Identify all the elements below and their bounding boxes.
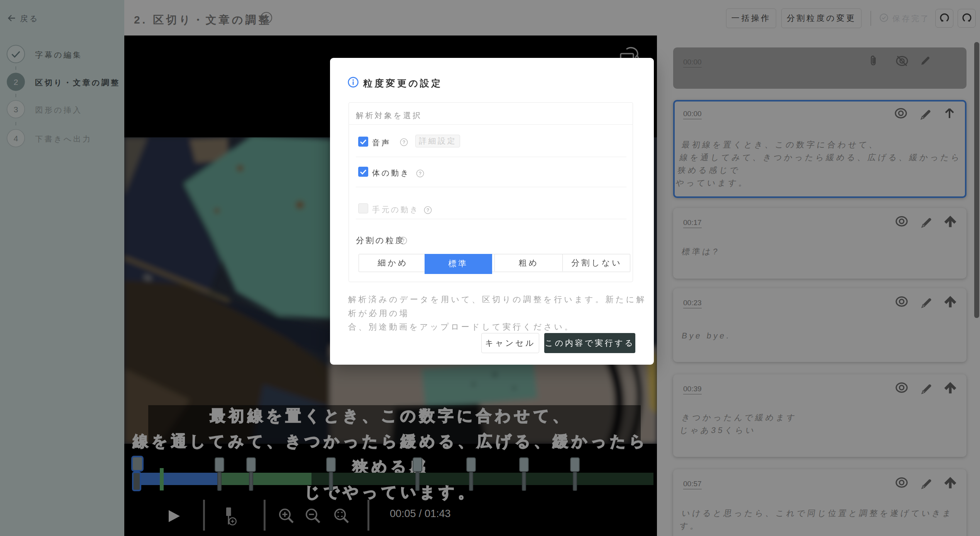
svg-text:?: ? xyxy=(427,208,429,213)
svg-text:?: ? xyxy=(402,238,405,243)
svg-text:?: ? xyxy=(403,140,405,145)
svg-text:?: ? xyxy=(419,171,421,176)
